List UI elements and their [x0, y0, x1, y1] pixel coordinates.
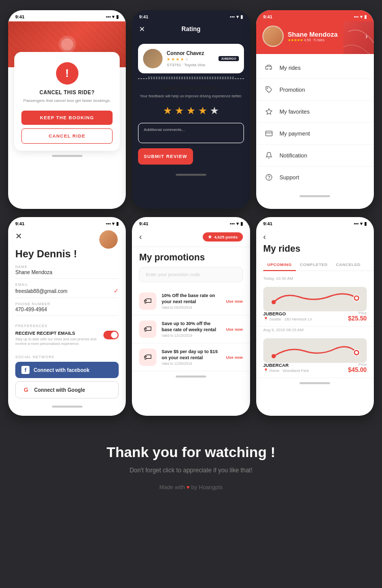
comments-input[interactable]: Additional comments... — [138, 123, 243, 143]
status-icons-1: ▪▪▪ ▾ ▮ — [106, 14, 119, 19]
promo-title-1: 10% Off the base rate on your next renta… — [161, 293, 221, 305]
menu-item-promotion[interactable]: Promotion — [256, 79, 374, 101]
wifi-icon-6: ▾ — [360, 221, 363, 226]
home-indicator-1 — [8, 151, 126, 159]
driver-avatar — [143, 49, 162, 68]
tab-canceled[interactable]: CANCELED — [332, 259, 364, 271]
trip-question: HOW IS YOUR TRIP? — [138, 86, 243, 92]
driver-stars: ★ ★ ★ ★ ★ — [167, 57, 214, 62]
phone-section: PHONE NUMBER 470-499-4964 — [8, 302, 126, 316]
google-connect-button[interactable]: G Connect with Google — [15, 381, 119, 398]
use-now-button-2[interactable]: Use now — [226, 327, 243, 332]
rating-star-2[interactable]: ★ — [175, 104, 184, 117]
facebook-icon: f — [21, 366, 30, 374]
menu-header: Shane Mendoza ★★★★★ 4.50 · 5 rides › — [256, 21, 374, 54]
rating-star-1[interactable]: ★ — [163, 104, 172, 117]
menu-label-rides: My rides — [280, 65, 301, 71]
promo-input-placeholder: Enter your promotion code — [146, 272, 200, 277]
promo-valid-2: Valid to 12/15/2019 — [161, 334, 221, 337]
ride-info-row-2: JUBERCAR 📍 Home · Woodland Park Price $4… — [263, 363, 367, 373]
svg-marker-1 — [266, 109, 272, 114]
menu-user-avatar — [262, 25, 284, 47]
star-1: ★ — [167, 57, 170, 62]
preferences-section: PREFERENCES RECEIVE RECEIPT EMAILS Stay … — [8, 320, 126, 352]
svg-point-12 — [355, 351, 358, 354]
ride-card-1[interactable]: JUBERGO 📍 Seattle · 280 Hemlock Ln Price… — [256, 283, 374, 327]
footer-made-text: Made with — [159, 484, 185, 490]
signal-icon-2: ▪▪▪ — [230, 14, 235, 19]
ride-company-1: JUBERGO — [263, 311, 312, 316]
home-indicator-5 — [132, 371, 250, 380]
status-bar-3: 9:41 ▪▪▪ ▾ ▮ — [256, 10, 374, 21]
menu-user-rating: ★★★★★ 4.50 · 5 rides — [288, 38, 362, 42]
ride-company-area-1: JUBERGO 📍 Seattle · 280 Hemlock Ln — [263, 311, 312, 322]
wifi-icon-3: ▾ — [360, 14, 363, 19]
battery-icon-6: ▮ — [364, 221, 367, 226]
promo-valid-1: Valid to 09/25/2019 — [161, 306, 221, 309]
status-icons-2: ▪▪▪ ▾ ▮ — [230, 14, 243, 19]
promo-valid-3: Valid to 12/30/2019 — [161, 362, 221, 365]
tab-upcoming[interactable]: UPCOMING — [263, 259, 296, 271]
rating-star-5[interactable]: ★ — [210, 104, 219, 117]
rating-stars-row[interactable]: ★ ★ ★ ★ ★ — [132, 104, 250, 117]
promo-text-2: Save up to 30% off the base rate of week… — [161, 321, 221, 337]
menu-user-info: Shane Mendoza ★★★★★ 4.50 · 5 rides — [288, 31, 362, 42]
ride-price-area-2: Price $45.00 — [348, 363, 367, 373]
star-badge-icon: ★ — [208, 234, 212, 239]
menu-item-favorites[interactable]: My favorites — [256, 101, 374, 123]
price-label-2: Price — [348, 363, 367, 366]
menu-item-rides[interactable]: My rides — [256, 57, 374, 79]
menu-label-payment: My payment — [280, 130, 310, 137]
menu-item-support[interactable]: Support — [256, 167, 374, 188]
dashed-divider — [138, 78, 243, 79]
use-now-button-3[interactable]: Use now — [226, 355, 243, 360]
chevron-right-icon[interactable]: › — [365, 32, 368, 40]
payment-icon — [264, 129, 274, 138]
phone-profile: 9:41 ▪▪▪ ▾ ▮ ✕ Hey Dennis ! NAME Shane M… — [8, 217, 126, 416]
phone-rating: 9:41 ▪▪▪ ▾ ▮ ✕ Rating Connor Chavez ★ ★ … — [132, 10, 250, 209]
wifi-icon-5: ▾ — [236, 221, 239, 226]
jubergo-badge: JUBERGO — [219, 56, 239, 61]
menu-item-payment[interactable]: My payment — [256, 123, 374, 145]
star-3: ★ — [176, 57, 179, 62]
footer: Thank you for watching ! Don't forget cl… — [0, 424, 382, 505]
ride-price-1: $25.50 — [348, 315, 367, 322]
star-icon — [264, 107, 274, 116]
tab-completed[interactable]: COMPLETED — [296, 259, 332, 271]
status-time-4: 9:41 — [15, 221, 24, 226]
signal-icon-4: ▪▪▪ — [106, 221, 111, 226]
google-label: Connect with Google — [34, 387, 85, 393]
facebook-connect-button[interactable]: f Connect with facebook — [15, 362, 119, 378]
submit-review-button[interactable]: SUBMIT REVIEW — [138, 148, 193, 165]
use-now-button-1[interactable]: Use now — [226, 299, 243, 304]
price-label-1: Price — [348, 311, 367, 315]
trip-feedback: Your feedback will help us improve drivi… — [138, 94, 243, 99]
email-value: freeslab88@gmail.com ✓ — [15, 287, 119, 298]
signal-icon-6: ▪▪▪ — [353, 221, 359, 226]
back-button[interactable]: ‹ — [139, 232, 142, 242]
promo-code-input[interactable]: Enter your promotion code — [139, 267, 242, 282]
ride-price-area-1: Price $25.50 — [348, 311, 367, 322]
cancel-modal: ! CANCEL THIS RIDE? Passengers that canc… — [14, 52, 120, 151]
cancel-ride-button[interactable]: CANCEL RIDE — [21, 128, 113, 144]
comments-placeholder: Additional comments... — [144, 127, 185, 132]
rides-back-button[interactable]: ‹ — [263, 232, 266, 241]
ride-loc-text-1: Seattle · 280 Hemlock Ln — [269, 317, 312, 322]
receipt-email-toggle[interactable] — [103, 331, 119, 339]
rating-star-4[interactable]: ★ — [198, 104, 207, 117]
status-time-1: 9:41 — [15, 14, 24, 19]
promo-title-2: Save up to 30% off the base rate of week… — [161, 321, 221, 333]
promo-item-2: 🏷 Save up to 30% off the base rate of we… — [132, 315, 250, 343]
footer-by-text: by Hoangpts — [192, 484, 223, 490]
driver-name: Connor Chavez — [167, 50, 214, 56]
rating-title: Rating — [181, 25, 200, 33]
close-button[interactable]: ✕ — [139, 25, 145, 33]
ride-date-2: Aug 9, 2019 08:15 AM — [256, 327, 374, 334]
home-indicator-3 — [256, 191, 374, 199]
ride-card-2[interactable]: JUBERCAR 📍 Home · Woodland Park Price $4… — [256, 334, 374, 378]
rating-star-3[interactable]: ★ — [186, 104, 196, 117]
menu-item-notification[interactable]: Notification — [256, 145, 374, 167]
keep-booking-button[interactable]: KEEP THE BOOKING — [21, 111, 113, 125]
battery-icon-5: ▮ — [240, 221, 243, 226]
close-profile-button[interactable]: ✕ — [15, 231, 22, 241]
